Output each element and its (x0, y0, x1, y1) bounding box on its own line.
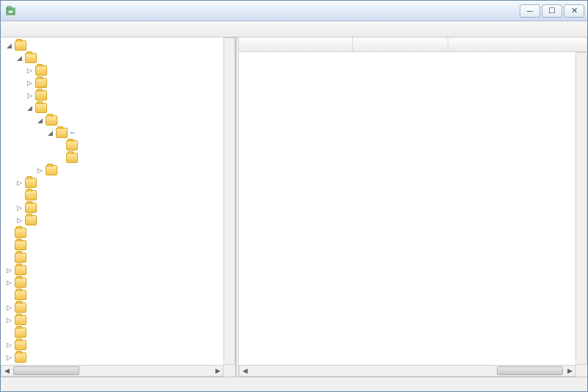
tree-node-remoteAssistance[interactable] (4, 251, 223, 264)
menu-edit[interactable] (18, 28, 30, 31)
content-area: ◢ ◢ ▷ ▷ (1, 37, 587, 377)
scroll-left-icon[interactable]: ◀ (1, 366, 12, 376)
tree-node-microsoftXP[interactable] (55, 151, 223, 164)
scroll-right-icon[interactable]: ▶ (564, 366, 575, 376)
folder-icon (15, 40, 26, 51)
folder-icon (25, 178, 37, 188)
tree-node-windowsx64[interactable]: ◢ (24, 101, 223, 114)
expand-icon[interactable]: ▷ (5, 316, 13, 324)
list-pane: ◀ ▶ (239, 37, 587, 377)
tree-node-windows40[interactable]: ▷ (24, 64, 223, 76)
tree-node-rtlQuery[interactable]: ▷ (4, 264, 223, 276)
menu-help[interactable] (58, 28, 70, 31)
folder-icon (15, 352, 26, 363)
tree-node-version3[interactable]: ◢ (45, 126, 223, 139)
tree-vertical-scrollbar[interactable] (223, 37, 235, 365)
window-buttons: ─ ☐ ✕ (520, 4, 584, 18)
collapse-icon[interactable]: ◢ (26, 104, 34, 112)
scroll-left-icon[interactable]: ◀ (240, 366, 250, 376)
folder-icon (15, 265, 26, 275)
tree-node-windowsIA64[interactable]: ▷ (24, 76, 223, 89)
tree-node-windowsNTx86[interactable]: ▷ (24, 89, 223, 101)
column-header-name[interactable] (239, 37, 353, 51)
tree-node-securePipeServers[interactable]: ▷ (4, 301, 223, 313)
tree-node-printProcessors[interactable]: ▷ (35, 164, 223, 176)
expand-icon[interactable]: ▷ (36, 166, 44, 174)
folder-icon (46, 165, 57, 175)
tree-node-safeBoot[interactable]: ▷ (4, 276, 223, 288)
scrollbar-thumb[interactable] (497, 366, 563, 375)
titlebar: ─ ☐ ✕ (1, 1, 587, 21)
folder-icon (25, 215, 37, 225)
tree-node-productOptions[interactable] (4, 239, 223, 251)
column-header-type[interactable] (353, 37, 448, 51)
folder-icon (25, 203, 37, 213)
collapse-icon[interactable]: ◢ (46, 128, 54, 137)
folder-icon (25, 190, 37, 200)
tree-node-serviceProvider[interactable]: ▷ (4, 338, 223, 351)
folder-icon (15, 277, 26, 288)
tree-horizontal-scrollbar[interactable]: ◀ ▶ (1, 365, 223, 377)
tree-node-scsiPort[interactable] (4, 288, 223, 301)
tree-pane: ◢ ◢ ▷ ▷ (1, 37, 236, 377)
tree-node-microsoftSh[interactable] (55, 139, 223, 151)
expand-icon[interactable]: ▷ (26, 91, 34, 99)
menu-view[interactable] (32, 28, 43, 31)
folder-icon (35, 90, 47, 101)
collapse-icon[interactable]: ◢ (5, 41, 13, 49)
column-header-value[interactable] (448, 37, 587, 51)
menu-file[interactable] (5, 28, 17, 31)
maximize-button[interactable]: ☐ (542, 4, 562, 18)
tree-node-sessionManager[interactable]: ▷ (4, 351, 223, 363)
folder-icon (25, 53, 37, 63)
scroll-corner (223, 365, 235, 377)
expand-icon[interactable]: ▷ (15, 216, 24, 224)
scrollbar-thumb[interactable] (13, 366, 79, 375)
scroll-right-icon[interactable]: ▶ (212, 366, 223, 376)
expand-icon[interactable]: ▷ (15, 178, 24, 186)
folder-icon (15, 340, 26, 350)
tree-node-providers[interactable]: ▷ (14, 214, 223, 226)
folder-icon (15, 253, 26, 263)
tree-view[interactable]: ◢ ◢ ▷ ▷ (1, 37, 223, 365)
tree-node-serviceGroupOrder[interactable] (4, 326, 223, 338)
tree-node-drivers[interactable]: ◢ (35, 114, 223, 126)
menubar (1, 21, 587, 37)
tree-node-priorityControl[interactable] (4, 226, 223, 239)
tree-node-printers[interactable]: ▷ (14, 201, 223, 214)
expand-icon[interactable]: ▷ (26, 66, 34, 74)
folder-icon (66, 140, 78, 150)
tree-label (71, 132, 75, 134)
collapse-icon[interactable]: ◢ (15, 54, 24, 62)
svg-rect-1 (7, 7, 11, 9)
collapse-icon[interactable]: ◢ (36, 116, 44, 124)
list-horizontal-scrollbar[interactable]: ◀ ▶ (239, 365, 576, 377)
statusbar (1, 377, 587, 391)
folder-icon (15, 240, 26, 250)
expand-icon[interactable]: ▷ (26, 79, 34, 87)
svg-rect-2 (8, 10, 13, 13)
folder-icon (66, 153, 78, 163)
tree-node-monitors[interactable]: ▷ (14, 176, 223, 189)
tree-node-environments[interactable]: ◢ (14, 51, 223, 64)
minimize-button[interactable]: ─ (520, 4, 540, 18)
expand-icon[interactable]: ▷ (5, 341, 13, 349)
expand-icon[interactable]: ▷ (15, 203, 24, 211)
list-header (239, 37, 587, 52)
expand-icon[interactable]: ▷ (5, 353, 13, 361)
folder-icon (35, 78, 47, 88)
expand-icon[interactable]: ▷ (5, 303, 13, 311)
folder-icon (35, 65, 47, 76)
folder-icon (35, 103, 47, 113)
tree-node-securityProviders[interactable]: ▷ (4, 313, 223, 326)
close-button[interactable]: ✕ (564, 4, 584, 18)
folder-icon (15, 302, 26, 313)
tree-node-print[interactable]: ◢ (4, 39, 223, 51)
menu-favorites[interactable] (45, 28, 57, 31)
list-vertical-scrollbar[interactable] (576, 52, 587, 365)
expand-icon[interactable]: ▷ (5, 266, 13, 274)
tree-node-pendingUpgrades[interactable] (14, 189, 223, 201)
regedit-icon (5, 5, 17, 17)
expand-icon[interactable]: ▷ (5, 278, 13, 286)
list-body[interactable] (239, 52, 576, 365)
